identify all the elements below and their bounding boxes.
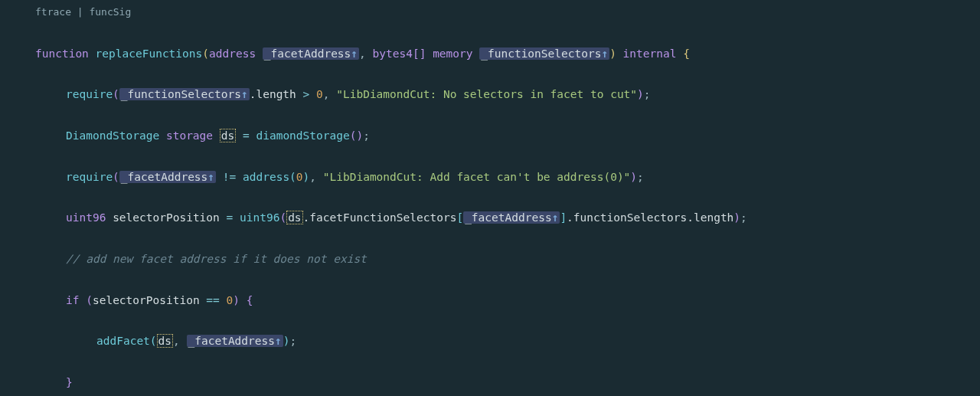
up-arrow-icon: ↑	[275, 335, 282, 347]
keyword-internal: internal	[623, 47, 677, 60]
code-line[interactable]: if (selectorPosition == 0) {	[35, 290, 980, 311]
call-addFacet: addFacet	[96, 335, 150, 347]
var-ds[interactable]: ds	[220, 129, 236, 142]
up-arrow-icon: ↑	[601, 47, 608, 60]
call-require: require	[66, 88, 113, 100]
type-address: address	[209, 47, 256, 60]
function-name: replaceFunctions	[96, 47, 203, 60]
call-uint96: uint96	[240, 211, 279, 224]
arg-functionSelectors[interactable]: _functionSelectors↑	[119, 88, 250, 100]
code-line[interactable]: function replaceFunctions(address _facet…	[35, 44, 980, 64]
up-arrow-icon: ↑	[552, 211, 559, 224]
code-line[interactable]: uint96 selectorPosition = uint96(ds.face…	[35, 208, 980, 228]
code-line[interactable]: // add new facet address if it does not …	[35, 249, 980, 270]
type-uint96: uint96	[66, 211, 106, 224]
code-line[interactable]: require(_functionSelectors↑.length > 0, …	[35, 84, 980, 105]
code-line[interactable]: addFacet(ds, _facetAddress↑);	[35, 331, 980, 352]
keyword-if: if	[66, 294, 79, 306]
arg-facetAddress[interactable]: _facetAddress↑	[463, 211, 560, 224]
up-arrow-icon: ↑	[207, 171, 214, 183]
call-require: require	[66, 171, 113, 183]
code-line[interactable]: DiamondStorage storage ds = diamondStora…	[35, 126, 980, 146]
code-editor[interactable]: function replaceFunctions(address _facet…	[0, 23, 980, 396]
keyword-storage: storage	[166, 129, 213, 142]
type-DiamondStorage: DiamondStorage	[66, 129, 159, 142]
string-literal: "LibDiamondCut: No selectors in facet to…	[336, 88, 637, 100]
param-facetAddress[interactable]: _facetAddress↑	[263, 47, 359, 60]
type-bytes4-arr: bytes4[]	[373, 47, 426, 60]
comment: // add new facet address if it does not …	[66, 253, 367, 265]
var-ds[interactable]: ds	[286, 211, 302, 224]
code-line[interactable]: require(_facetAddress↑ != address(0), "L…	[35, 167, 980, 188]
var-selectorPosition: selectorPosition	[113, 211, 220, 224]
keyword-function: function	[35, 47, 89, 60]
up-arrow-icon: ↑	[241, 88, 248, 100]
up-arrow-icon: ↑	[351, 47, 358, 60]
arg-facetAddress[interactable]: _facetAddress↑	[119, 171, 216, 183]
breadcrumb: ftrace | funcSig	[0, 3, 980, 23]
arg-facetAddress[interactable]: _facetAddress↑	[187, 335, 283, 347]
string-literal: "LibDiamondCut: Add facet can't be addre…	[323, 171, 631, 183]
param-functionSelectors[interactable]: _functionSelectors↑	[479, 47, 609, 60]
keyword-memory: memory	[433, 47, 472, 60]
call-address: address	[243, 171, 289, 183]
call-diamondStorage: diamondStorage	[256, 129, 349, 142]
code-line[interactable]: }	[35, 372, 980, 393]
var-ds[interactable]: ds	[157, 334, 173, 348]
